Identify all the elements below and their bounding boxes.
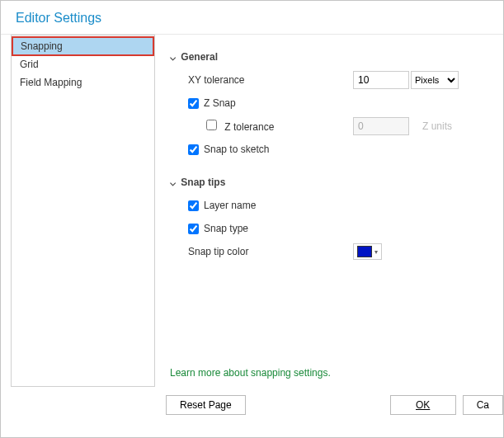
z-tolerance-checkbox[interactable]: [206, 120, 217, 130]
dialog-title: Editor Settings: [1, 1, 503, 34]
layer-name-label: Layer name: [204, 200, 256, 211]
xy-units-select[interactable]: Pixels: [411, 71, 459, 89]
section-title: General: [181, 51, 218, 63]
cancel-button-label: Ca: [477, 399, 489, 411]
snap-type-label: Snap type: [204, 223, 248, 234]
section-title: Snap tips: [181, 177, 225, 188]
row-snap-color: Snap tip color ▾: [188, 243, 503, 261]
snap-color-label: Snap tip color: [188, 246, 353, 257]
row-snap-sketch: Snap to sketch: [188, 140, 503, 158]
sidebar-item-label: Snapping: [21, 40, 63, 52]
sidebar-item-grid[interactable]: Grid: [12, 55, 154, 73]
z-tolerance-fields: Z units: [353, 117, 452, 135]
xy-tolerance-input[interactable]: [353, 71, 409, 89]
chevron-down-icon: ⌵: [170, 51, 178, 63]
row-xy-tolerance: XY tolerance Pixels: [188, 71, 503, 89]
z-snap-checkbox[interactable]: [188, 98, 199, 109]
color-swatch-box: [357, 246, 372, 257]
ok-button[interactable]: OK: [390, 395, 456, 415]
sidebar-item-label: Field Mapping: [20, 77, 82, 88]
dialog-body: Snapping Grid Field Mapping ⌵ General XY…: [1, 34, 503, 387]
chevron-down-icon: ▾: [374, 248, 378, 256]
z-tolerance-wrap: Z tolerance: [206, 120, 353, 133]
xy-tolerance-fields: Pixels: [353, 71, 459, 89]
reset-page-button[interactable]: Reset Page: [166, 395, 246, 415]
section-header-snaptips[interactable]: ⌵ Snap tips: [170, 177, 503, 188]
row-z-snap: Z Snap: [188, 94, 503, 112]
section-header-general[interactable]: ⌵ General: [170, 51, 503, 63]
z-units-label: Z units: [422, 120, 452, 132]
row-layer-name: Layer name: [188, 196, 503, 214]
dialog-footer: Reset Page OK Ca: [1, 387, 503, 415]
snap-type-checkbox[interactable]: [188, 224, 199, 234]
chevron-down-icon: ⌵: [170, 177, 178, 188]
xy-tolerance-label: XY tolerance: [188, 74, 353, 86]
snap-sketch-checkbox[interactable]: [188, 144, 199, 155]
sidebar-item-field-mapping[interactable]: Field Mapping: [12, 73, 154, 92]
layer-name-checkbox[interactable]: [188, 200, 199, 211]
snap-sketch-label: Snap to sketch: [204, 144, 269, 155]
footer-spacer: [252, 395, 384, 415]
z-tolerance-input: [353, 117, 409, 135]
row-snap-type: Snap type: [188, 219, 503, 238]
row-z-tolerance: Z tolerance Z units: [206, 117, 503, 135]
editor-settings-dialog: Editor Settings Snapping Grid Field Mapp…: [0, 0, 504, 438]
content-panel: ⌵ General XY tolerance Pixels Z Snap: [155, 35, 503, 387]
sidebar-item-label: Grid: [20, 59, 39, 70]
snap-color-picker[interactable]: ▾: [353, 243, 382, 260]
cancel-button[interactable]: Ca: [463, 395, 503, 415]
z-tolerance-label: Z tolerance: [224, 121, 274, 133]
sidebar: Snapping Grid Field Mapping: [11, 35, 155, 387]
sidebar-item-snapping[interactable]: Snapping: [12, 37, 153, 55]
ok-button-label: OK: [416, 399, 430, 411]
learn-more-link[interactable]: Learn more about snapping settings.: [170, 367, 331, 379]
z-snap-label: Z Snap: [204, 97, 236, 109]
